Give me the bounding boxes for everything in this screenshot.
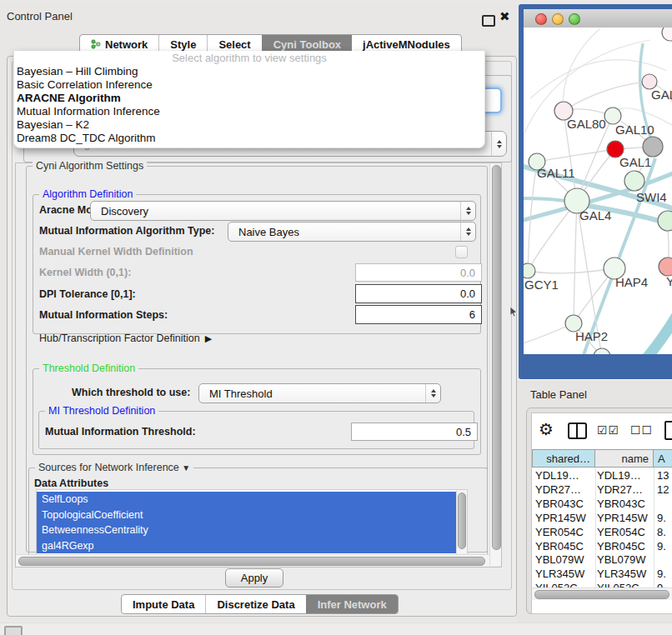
tab-style-label: Style [170, 38, 196, 51]
which-threshold-combobox[interactable]: MI Threshold [198, 383, 441, 403]
node-swi4 [624, 171, 644, 191]
dpi-tolerance-field[interactable]: 0.0 [355, 284, 482, 303]
table-panel-title: Table Panel [530, 388, 587, 401]
dropdown-item[interactable]: Mutual Information Inference [14, 105, 484, 118]
cell: 12 [657, 483, 669, 496]
cell: 13 [657, 469, 669, 482]
vertical-scrollbar[interactable] [489, 163, 501, 566]
horizontal-scrollbar[interactable] [16, 554, 489, 567]
manual-kernel-checkbox[interactable] [455, 246, 468, 258]
document-icon[interactable] [664, 421, 672, 440]
bottom-strip [0, 622, 672, 635]
manual-kernel-label: Manual Kernel Width Definition [39, 246, 193, 258]
mi-type-combobox[interactable]: Naive Bayes [228, 222, 476, 242]
show-columns-icon[interactable]: ☑☑ [597, 423, 619, 437]
list-item[interactable]: SelfLoops [37, 492, 456, 508]
bottom-tab-bar: Impute Data Discretize Data Infer Networ… [121, 594, 399, 614]
cell: YDL19… [535, 469, 579, 482]
table-horizontal-scrollbar[interactable] [532, 588, 672, 600]
node-gal10 [604, 108, 621, 124]
hub-definition-label: Hub/Transcription Factor Definition [39, 332, 200, 344]
dropdown-item[interactable]: Basic Correlation Inference [14, 78, 484, 92]
dropdown-prompt: Select algorithm to view settings [14, 51, 484, 65]
mac-close-icon[interactable] [535, 13, 547, 25]
network-canvas[interactable]: GAL GAL80 GAL10 GAL1 GAL11 SWI4 GAL4 GCY… [524, 28, 672, 354]
column-header-clipped[interactable]: A [654, 449, 672, 468]
cell: YPR145W [597, 512, 648, 524]
node-label: GAL10 [615, 122, 654, 137]
cyni-algorithm-settings-title: Cyni Algorithm Settings [33, 160, 147, 172]
cell: 9. [657, 512, 666, 524]
list-item[interactable]: gal4RGexp [37, 538, 456, 554]
cell: YBR043C [597, 498, 645, 510]
tab-impute-data[interactable]: Impute Data [122, 595, 205, 613]
node-label: GAL11 [537, 166, 575, 180]
tab-discretize-data-label: Discretize Data [217, 598, 294, 611]
aracne-mode-combobox[interactable]: Discovery [90, 201, 476, 221]
node-label: SWI4 [636, 190, 667, 204]
split-view-icon[interactable] [568, 422, 587, 439]
cell: YER054C [535, 526, 584, 538]
dropdown-item[interactable]: Dream8 DC_TDC Algorithm [14, 132, 484, 145]
sources-title: Sources for Network Inference ▼ [35, 462, 193, 473]
algorithm-dropdown-popup: Select algorithm to view settings Bayesi… [13, 51, 485, 148]
hide-columns-icon[interactable]: ☐☐ [630, 423, 653, 437]
list-scrollbar[interactable] [456, 490, 467, 554]
combo-arrows-icon [460, 222, 475, 241]
control-panel-window: Control Panel ✖ Network Style Select Cyn… [0, 4, 516, 618]
sources-title-text: Sources for Network Inference [38, 462, 179, 473]
list-item[interactable]: TopologicalCoefficient [37, 508, 456, 523]
gear-icon[interactable]: ⚙ [539, 419, 554, 439]
mi-steps-label: Mutual Information Steps: [39, 309, 168, 321]
data-attributes-list[interactable]: SelfLoops TopologicalCoefficient Between… [36, 489, 468, 555]
mac-zoom-icon[interactable] [569, 13, 580, 25]
node-gray [643, 137, 663, 157]
node-label: GAL1 [619, 155, 651, 169]
list-item[interactable]: BetweennessCentrality [37, 522, 456, 538]
which-threshold-label: Which threshold to use: [72, 387, 190, 398]
tab-infer-network[interactable]: Infer Network [306, 595, 398, 613]
cell: YLR345W [535, 568, 584, 580]
close-icon[interactable]: ✖ [499, 9, 510, 24]
algorithm-definition-title: Algorithm Definition [39, 188, 136, 200]
tab-jactivemnodules-label: jActiveMNodules [363, 38, 450, 51]
tab-network-label: Network [105, 38, 148, 51]
node-label: Y [666, 274, 672, 288]
mi-type-label: Mutual Information Algorithm Type: [39, 225, 214, 237]
column-header-shared-name[interactable]: shared… [532, 449, 595, 468]
tab-discretize-data[interactable]: Discretize Data [205, 595, 305, 613]
network-icon [91, 39, 101, 49]
apply-button[interactable]: Apply [225, 568, 283, 588]
cell: 9. [657, 540, 666, 552]
mouse-cursor [509, 307, 518, 318]
mi-threshold-value: 0.5 [456, 426, 471, 438]
kernel-width-field[interactable]: 0.0 [355, 263, 482, 282]
mac-minimize-icon[interactable] [552, 13, 564, 25]
cell: YBR043C [535, 498, 584, 510]
minimized-window-icon[interactable] [4, 626, 23, 635]
tab-infer-network-label: Infer Network [318, 598, 387, 611]
cell: YBL079W [597, 553, 646, 566]
dropdown-item[interactable]: Bayesian – K2 [14, 118, 484, 132]
cell: YER054C [597, 526, 645, 538]
mi-steps-field[interactable]: 6 [355, 305, 482, 324]
mi-threshold-field[interactable]: 0.5 [351, 422, 478, 441]
column-header-name[interactable]: name [595, 449, 654, 468]
dropdown-item-highlighted[interactable]: ARACNE Algorithm [14, 92, 484, 105]
kernel-width-value: 0.0 [460, 267, 475, 279]
cell: YBL079W [535, 553, 584, 566]
dropdown-item[interactable]: Bayesian – Hill Climbing [14, 65, 484, 78]
column-header-label: A [658, 452, 665, 465]
collapse-down-icon[interactable]: ▼ [182, 463, 190, 472]
cell: 9. [657, 568, 666, 580]
cell: YPR145W [535, 512, 586, 524]
column-header-label: name [621, 452, 649, 465]
cell: YLR345W [597, 568, 646, 580]
network-window-titlebar[interactable] [524, 9, 672, 28]
cell: YBR045C [535, 540, 584, 552]
mi-threshold-definition-title: MI Threshold Definition [45, 405, 158, 417]
hub-definition-expander[interactable]: Hub/Transcription Factor Definition▶ [39, 332, 212, 344]
float-window-button[interactable] [482, 15, 495, 27]
node [659, 258, 672, 276]
table-body[interactable]: YDL19… YDL19… 13 YDR27… YDR27… 12 YBR043… [532, 468, 672, 588]
